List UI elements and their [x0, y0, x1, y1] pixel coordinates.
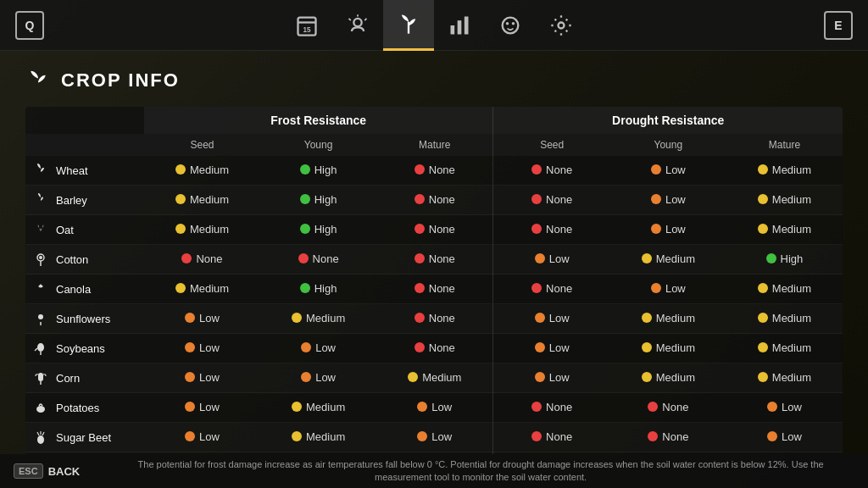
col-frost-young: Young [260, 134, 376, 156]
esc-key: ESC [14, 463, 43, 479]
resistance-label: Medium [772, 193, 811, 206]
resistance-label: High [314, 193, 337, 206]
resistance-dot [648, 402, 658, 412]
table-scroll[interactable]: Frost Resistance Drought Resistance Seed… [25, 107, 843, 454]
resistance-label: Medium [772, 282, 811, 295]
resistance-label: None [196, 252, 222, 265]
resistance-cell-1-4: Low [610, 186, 726, 215]
resistance-label: Low [665, 164, 686, 176]
resistance-dot [758, 313, 768, 323]
resistance-label: Low [199, 401, 220, 413]
resistance-cell-7-1: Low [260, 363, 376, 393]
resistance-cell-1-2: None [376, 186, 493, 215]
resistance-cell-8-5: Low [726, 393, 843, 423]
resistance-label: None [546, 282, 572, 295]
resistance-dot [185, 431, 195, 441]
resistance-dot [185, 402, 195, 412]
resistance-dot [651, 194, 661, 204]
page-header: CROP INFO [25, 68, 843, 93]
svg-point-23 [37, 435, 44, 444]
resistance-label: Low [549, 252, 570, 265]
resistance-cell-6-1: Low [260, 334, 376, 363]
resistance-dot [531, 283, 542, 293]
resistance-cell-4-3: None [493, 274, 610, 304]
col-drought-mature: Mature [726, 134, 843, 156]
svg-point-9 [512, 21, 515, 25]
bottombar: ESC BACK The potential for frost damage … [0, 454, 868, 488]
resistance-label: Medium [190, 193, 229, 206]
weather-tab[interactable] [332, 0, 383, 51]
resistance-label: Medium [772, 371, 811, 384]
resistance-label: Low [665, 223, 686, 236]
svg-rect-5 [458, 20, 462, 34]
resistance-dot [300, 164, 310, 175]
resistance-label: Low [199, 312, 220, 324]
resistance-dot [292, 313, 302, 323]
resistance-dot [758, 224, 768, 234]
resistance-dot [651, 224, 661, 234]
settings-tab[interactable] [536, 0, 587, 51]
svg-line-19 [35, 348, 37, 351]
resistance-dot [415, 283, 425, 293]
resistance-cell-0-0: Medium [144, 156, 260, 186]
resistance-dot [175, 283, 186, 293]
resistance-cell-5-2: None [376, 304, 493, 334]
crop-cell-oat: Oat [25, 215, 144, 245]
resistance-dot [292, 402, 302, 412]
resistance-cell-5-0: Low [144, 304, 260, 334]
resistance-dot [408, 372, 418, 382]
resistance-cell-7-0: Low [144, 363, 260, 393]
e-key[interactable]: E [824, 11, 853, 40]
resistance-dot [415, 194, 425, 204]
svg-rect-20 [38, 373, 43, 381]
col-frost-mature: Mature [376, 134, 493, 156]
crop-name: Potatoes [56, 402, 99, 414]
back-button[interactable]: ESC BACK [0, 463, 93, 479]
topbar-left: Q [0, 11, 59, 40]
resistance-cell-4-5: Medium [726, 274, 843, 304]
stats-tab[interactable] [434, 0, 485, 51]
resistance-dot [181, 253, 192, 263]
animals-tab[interactable] [485, 0, 536, 51]
resistance-dot [417, 402, 427, 412]
resistance-cell-9-3: None [493, 423, 610, 452]
resistance-label: None [546, 193, 572, 206]
resistance-label: Low [199, 371, 220, 384]
crop-cell-sugar-beet: Sugar Beet [25, 423, 144, 452]
resistance-label: Medium [772, 312, 811, 324]
resistance-dot [298, 253, 309, 263]
resistance-cell-2-0: Medium [144, 215, 260, 245]
resistance-label: Low [665, 193, 686, 206]
crop-info-table: Frost Resistance Drought Resistance Seed… [25, 107, 843, 454]
table-row: CanolaMediumHighNoneNoneLowMedium [25, 274, 843, 304]
drought-resistance-header: Drought Resistance [493, 107, 843, 134]
resistance-label: High [314, 282, 337, 295]
resistance-dot [535, 313, 545, 323]
crop-cell-barley: Barley [25, 186, 144, 215]
resistance-cell-2-3: None [493, 215, 610, 245]
resistance-cell-9-0: Low [144, 423, 260, 452]
q-key[interactable]: Q [15, 11, 44, 40]
resistance-cell-7-4: Medium [610, 363, 726, 393]
crops-tab[interactable] [383, 0, 434, 51]
resistance-label: Low [549, 371, 570, 384]
resistance-cell-4-0: Medium [144, 274, 260, 304]
resistance-cell-6-0: Low [144, 334, 260, 363]
back-label: BACK [48, 465, 81, 478]
resistance-cell-7-3: Low [493, 363, 610, 393]
crop-cell-cotton: Cotton [25, 245, 144, 274]
crop-cell-sunflowers: Sunflowers [25, 304, 144, 334]
resistance-dot [531, 194, 542, 204]
resistance-cell-6-3: Low [493, 334, 610, 363]
resistance-cell-2-4: Low [610, 215, 726, 245]
svg-point-17 [37, 343, 44, 352]
resistance-label: Medium [772, 164, 811, 176]
resistance-dot [185, 342, 195, 352]
calendar-tab[interactable]: 15 [281, 0, 332, 51]
resistance-label: Medium [190, 164, 229, 176]
resistance-dot [642, 253, 652, 263]
resistance-label: None [429, 312, 455, 324]
resistance-cell-0-5: Medium [726, 156, 843, 186]
svg-point-14 [40, 285, 42, 287]
resistance-cell-7-5: Medium [726, 363, 843, 393]
